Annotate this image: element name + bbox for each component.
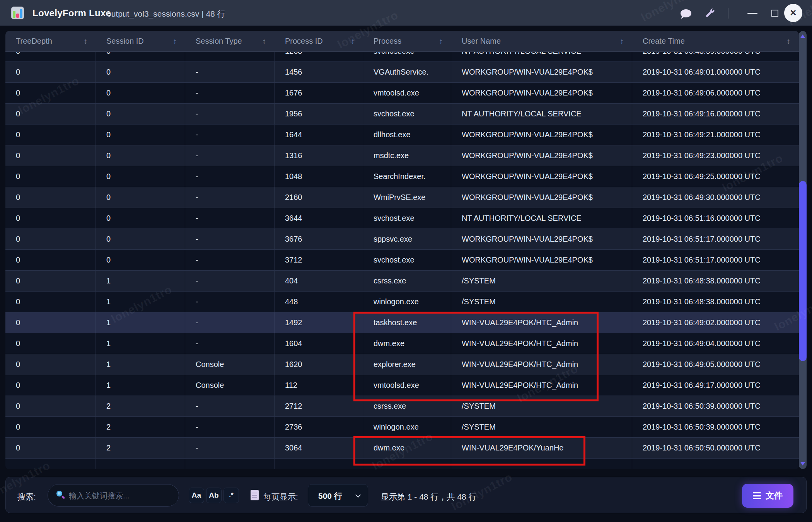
page-size-label: 每页显示: [263, 491, 298, 502]
scroll-up-arrow-icon[interactable] [800, 34, 805, 38]
column-header-process-id[interactable]: Process ID↕ [275, 31, 363, 51]
page-size-dropdown[interactable]: 500 行 [308, 484, 368, 507]
close-button[interactable]: × [784, 4, 802, 22]
column-header-treedepth[interactable]: TreeDepth↕ [5, 31, 96, 51]
table-row[interactable]: 0 0 - 3676 sppsvc.exe WORKGROUP/WIN-VUAL… [5, 229, 799, 250]
table-row[interactable]: 0 0 - 3644 svchost.exe NT AUTHORITY/LOCA… [5, 208, 799, 229]
table-row[interactable] [5, 459, 799, 469]
cell-treedepth: 0 [5, 333, 96, 354]
cell-treedepth: 0 [5, 312, 96, 333]
match-word-button[interactable]: Ab [206, 488, 222, 503]
cell-process-id: 2712 [275, 396, 363, 416]
table-row[interactable]: 0 1 - 1604 dwm.exe WIN-VUAL29E4POK/HTC_A… [5, 333, 799, 354]
cell-user-name: NT AUTHORITY/LOCAL SERVICE [451, 208, 632, 229]
file-menu-button[interactable]: 文件 [742, 484, 793, 508]
table-header-row: TreeDepth↕ Session ID↕ Session Type↕ Pro… [5, 31, 799, 52]
cell-process-id: 2736 [275, 417, 363, 437]
maximize-button[interactable] [768, 6, 782, 20]
cell-create-time: 2019-10-31 06:49:04.000000 UTC [632, 333, 799, 354]
cell-session-type: - [185, 417, 275, 437]
cell-session-id: 0 [96, 52, 185, 61]
cell-create-time: 2019-10-31 06:49:06.000000 UTC [632, 83, 799, 103]
table-row[interactable]: 0 2 - 2736 winlogon.exe /SYSTEM 2019-10-… [5, 417, 799, 438]
app-title: LovelyForm Luxe [32, 8, 111, 19]
scroll-down-arrow-icon[interactable] [800, 462, 805, 466]
cell-user-name: WORKGROUP/WIN-VUAL29E4POK$ [451, 166, 632, 187]
cell-treedepth: 0 [5, 125, 96, 145]
cell-process: sppsvc.exe [363, 229, 451, 249]
cell-process [363, 459, 451, 469]
table-row[interactable]: 0 0 - 2160 WmiPrvSE.exe WORKGROUP/WIN-VU… [5, 187, 799, 208]
scrollbar-thumb[interactable] [799, 181, 807, 361]
cell-session-id: 0 [96, 62, 185, 82]
cell-user-name: WORKGROUP/WIN-VUAL29E4POK$ [451, 229, 632, 249]
cell-treedepth: 0 [5, 250, 96, 270]
cell-process: SearchIndexer. [363, 166, 451, 187]
cell-process: svchost.exe [363, 104, 451, 124]
data-table: TreeDepth↕ Session ID↕ Session Type↕ Pro… [5, 31, 799, 469]
table-row[interactable]: 0 2 - 2712 csrss.exe /SYSTEM 2019-10-31 … [5, 396, 799, 417]
search-input[interactable]: 输入关键词搜索... [48, 484, 179, 507]
cell-process-id: 1956 [275, 104, 363, 124]
table-row[interactable]: 0 2 - 3064 dwm.exe WIN-VUAL29E4POK/YuanH… [5, 438, 799, 459]
cell-session-id: 0 [96, 83, 185, 103]
cell-create-time: 2019-10-31 06:48:38.000000 UTC [632, 271, 799, 291]
table-row[interactable]: 0 1 - 1492 taskhost.exe WIN-VUAL29E4POK/… [5, 312, 799, 333]
table-row[interactable]: 0 1 Console 112 vmtoolsd.exe WIN-VUAL29E… [5, 375, 799, 396]
cell-process-id [275, 459, 363, 469]
table-row[interactable]: 0 0 - 1456 VGAuthService. WORKGROUP/WIN-… [5, 62, 799, 83]
cell-treedepth: 0 [5, 187, 96, 208]
cell-session-id: 0 [96, 187, 185, 208]
cell-session-id: 0 [96, 166, 185, 187]
cell-create-time: 2019-10-31 06:50:50.000000 UTC [632, 438, 799, 458]
column-header-session-id[interactable]: Session ID↕ [96, 31, 185, 51]
column-header-user-name[interactable]: User Name↕ [451, 31, 632, 51]
column-header-session-type[interactable]: Session Type↕ [185, 31, 275, 51]
cell-create-time: 2019-10-31 06:49:25.000000 UTC [632, 166, 799, 187]
sort-icon: ↕ [787, 37, 791, 46]
cell-session-type: - [185, 292, 275, 312]
cell-session-type: - [185, 83, 275, 103]
cell-session-id: 1 [96, 292, 185, 312]
cell-session-id: 0 [96, 229, 185, 249]
table-body: 0 0 - 1268 svchost.exe NT AUTHORITY/LOCA… [5, 52, 799, 469]
table-row[interactable]: 0 0 - 1268 svchost.exe NT AUTHORITY/LOCA… [5, 52, 799, 62]
table-row[interactable]: 0 1 Console 1620 explorer.exe WIN-VUAL29… [5, 354, 799, 375]
regex-button[interactable]: .* [223, 488, 239, 503]
cell-process-id: 3064 [275, 438, 363, 458]
vertical-scrollbar[interactable] [799, 31, 807, 469]
cell-treedepth: 0 [5, 145, 96, 166]
cell-session-type: Console [185, 375, 275, 396]
cell-process: taskhost.exe [363, 312, 451, 333]
cell-user-name: NT AUTHORITY/LOCAL SERVICE [451, 104, 632, 124]
table-row[interactable]: 0 0 - 1956 svchost.exe NT AUTHORITY/LOCA… [5, 104, 799, 125]
match-case-button[interactable]: Aa [189, 488, 204, 503]
cell-user-name: WORKGROUP/WIN-VUAL29E4POK$ [451, 83, 632, 103]
cell-session-id: 0 [96, 145, 185, 166]
table-row[interactable]: 0 0 - 1048 SearchIndexer. WORKGROUP/WIN-… [5, 166, 799, 187]
cell-session-id: 1 [96, 375, 185, 396]
table-row[interactable]: 0 0 - 1316 msdtc.exe WORKGROUP/WIN-VUAL2… [5, 145, 799, 166]
table-row[interactable]: 0 0 - 1676 vmtoolsd.exe WORKGROUP/WIN-VU… [5, 83, 799, 104]
cell-create-time: 2019-10-31 06:51:17.000000 UTC [632, 250, 799, 270]
cell-create-time: 2019-10-31 06:50:39.000000 UTC [632, 396, 799, 416]
column-header-process[interactable]: Process↕ [363, 31, 451, 51]
cell-treedepth: 0 [5, 292, 96, 312]
cell-process-id: 3712 [275, 250, 363, 270]
column-header-create-time[interactable]: Create Time↕ [632, 31, 799, 51]
chat-bubble-icon[interactable] [680, 7, 692, 19]
cell-process: WmiPrvSE.exe [363, 187, 451, 208]
minimize-button[interactable] [745, 6, 759, 20]
table-row[interactable]: 0 0 - 1644 dllhost.exe WORKGROUP/WIN-VUA… [5, 125, 799, 145]
sort-icon: ↕ [84, 37, 88, 46]
wrench-icon[interactable] [704, 7, 716, 19]
cell-user-name: WIN-VUAL29E4POK/HTC_Admin [451, 333, 632, 354]
table-row[interactable]: 0 1 - 448 winlogon.exe /SYSTEM 2019-10-3… [5, 292, 799, 312]
titlebar-divider [728, 8, 728, 19]
cell-session-id: 1 [96, 312, 185, 333]
table-row[interactable]: 0 1 - 404 csrss.exe /SYSTEM 2019-10-31 0… [5, 271, 799, 292]
cell-treedepth [5, 459, 96, 469]
cell-session-type: - [185, 208, 275, 229]
table-row[interactable]: 0 0 - 3712 svchost.exe WORKGROUP/WIN-VUA… [5, 250, 799, 271]
cell-session-type: - [185, 187, 275, 208]
